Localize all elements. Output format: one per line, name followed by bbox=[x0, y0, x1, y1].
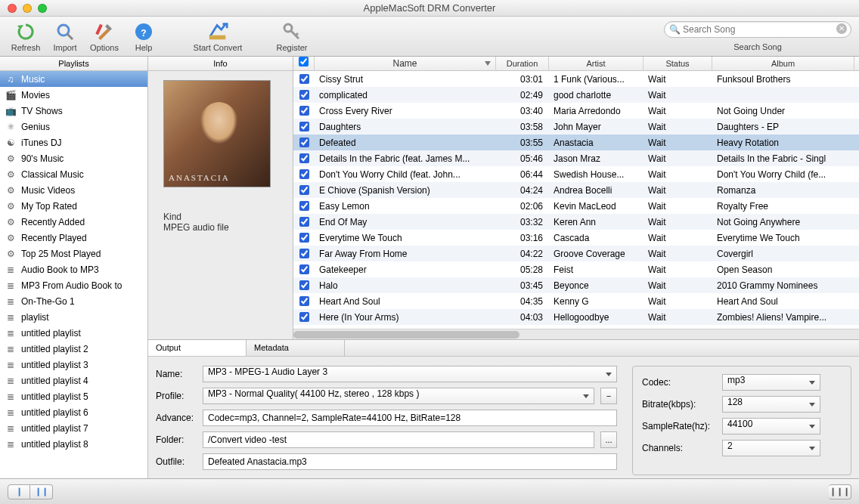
table-row[interactable]: Here (In Your Arms)04:03HellogoodbyeWait… bbox=[293, 309, 859, 325]
profile-select[interactable]: MP3 - Normal Quality( 44100 Hz, stereo ,… bbox=[203, 388, 594, 404]
table-row[interactable]: E Chiove (Spanish Version)04:24Andrea Bo… bbox=[293, 182, 859, 198]
row-checkbox[interactable] bbox=[299, 185, 309, 195]
sidebar-item[interactable]: ⚙My Top Rated bbox=[0, 198, 147, 214]
sidebar-item[interactable]: ≣untitled playlist 8 bbox=[0, 436, 147, 452]
row-checkbox[interactable] bbox=[299, 296, 309, 306]
column-duration[interactable]: Duration bbox=[496, 57, 549, 70]
outfile-input[interactable] bbox=[203, 453, 617, 470]
sidebar-item[interactable]: ≣Audio Book to MP3 bbox=[0, 261, 147, 277]
channels-select[interactable]: 2 bbox=[722, 440, 820, 456]
cell-status: Wait bbox=[643, 90, 712, 100]
sidebar-item[interactable]: ≣untitled playlist bbox=[0, 325, 147, 341]
codec-select[interactable]: mp3 bbox=[722, 374, 820, 391]
table-row[interactable]: Everytime We Touch03:16CascadaWaitEveryt… bbox=[293, 230, 859, 246]
tab-metadata[interactable]: Metadata bbox=[247, 340, 345, 356]
sidebar-item[interactable]: ≣untitled playlist 5 bbox=[0, 388, 147, 404]
sidebar-item[interactable]: ⚙Recently Played bbox=[0, 230, 147, 246]
column-check[interactable] bbox=[293, 57, 315, 70]
sidebar-item[interactable]: ⚙Top 25 Most Played bbox=[0, 246, 147, 261]
gear-icon: ⚙ bbox=[5, 153, 17, 164]
table-row[interactable]: Daughters03:58John MayerWaitDaughters - … bbox=[293, 119, 859, 135]
options-button[interactable]: Options bbox=[85, 17, 124, 55]
sidebar-item[interactable]: ⚙Classical Music bbox=[0, 166, 147, 182]
import-button[interactable]: Import bbox=[45, 17, 85, 55]
row-checkbox[interactable] bbox=[299, 312, 309, 322]
row-checkbox[interactable] bbox=[299, 217, 309, 227]
register-button[interactable]: Register bbox=[272, 17, 312, 55]
name-select[interactable]: MP3 - MPEG-1 Audio Layer 3 bbox=[203, 366, 617, 382]
table-row[interactable]: Defeated03:55AnastaciaWaitHeavy Rotation bbox=[293, 135, 859, 150]
help-button[interactable]: ? Help bbox=[124, 17, 163, 55]
folder-browse-button[interactable]: ... bbox=[600, 431, 617, 448]
sidebar-item[interactable]: ≣playlist bbox=[0, 309, 147, 325]
select-all-checkbox[interactable] bbox=[299, 57, 309, 66]
bitrate-select[interactable]: 128 bbox=[722, 396, 820, 413]
row-checkbox[interactable] bbox=[299, 249, 309, 258]
table-row[interactable]: Halo03:45BeyonceWait2010 Grammy Nominees bbox=[293, 277, 859, 293]
horizontal-scrollbar[interactable] bbox=[293, 329, 859, 339]
row-checkbox[interactable] bbox=[299, 201, 309, 211]
sidebar-item[interactable]: ⚙90's Music bbox=[0, 150, 147, 166]
start-convert-button[interactable]: Start Convert bbox=[188, 17, 248, 55]
sidebar-item[interactable]: ⚙Recently Added bbox=[0, 214, 147, 230]
clear-search-icon[interactable]: ✕ bbox=[836, 23, 847, 34]
search-input[interactable] bbox=[664, 21, 851, 38]
table-row[interactable]: Gatekeeper05:28FeistWaitOpen Season bbox=[293, 261, 859, 277]
sidebar-item[interactable]: ≣untitled playlist 6 bbox=[0, 404, 147, 420]
table-row[interactable]: Details In the Fabric (feat. James M...0… bbox=[293, 150, 859, 166]
row-checkbox[interactable] bbox=[299, 153, 309, 163]
row-checkbox[interactable] bbox=[299, 122, 309, 131]
advance-input[interactable] bbox=[203, 410, 617, 426]
status-menu-button[interactable]: ❙❙❙ bbox=[829, 484, 851, 499]
sidebar-item[interactable]: ≣untitled playlist 3 bbox=[0, 357, 147, 373]
table-row[interactable]: Cross Every River03:40Maria ArredondoWai… bbox=[293, 103, 859, 119]
row-checkbox[interactable] bbox=[299, 90, 309, 100]
cell-duration: 04:22 bbox=[496, 249, 549, 259]
row-checkbox[interactable] bbox=[299, 74, 309, 84]
search-label: Search Song bbox=[664, 42, 851, 51]
sidebar-item[interactable]: ⚙Music Videos bbox=[0, 182, 147, 198]
row-checkbox[interactable] bbox=[299, 138, 309, 147]
refresh-button[interactable]: Refresh bbox=[6, 17, 45, 55]
sidebar-item[interactable]: ♫Music bbox=[0, 71, 147, 87]
tab-output[interactable]: Output bbox=[148, 340, 247, 356]
samplerate-select[interactable]: 44100 bbox=[722, 418, 820, 434]
table-row[interactable]: Easy Lemon02:06Kevin MacLeodWaitRoyalty … bbox=[293, 198, 859, 214]
sidebar-item[interactable]: ≣untitled playlist 2 bbox=[0, 341, 147, 357]
sidebar-item[interactable]: 📺TV Shows bbox=[0, 103, 147, 119]
sidebar-item[interactable]: ≣On-The-Go 1 bbox=[0, 293, 147, 309]
info-pane: Info Kind MPEG audio file bbox=[148, 57, 293, 339]
sidebar-item[interactable]: ≣untitled playlist 4 bbox=[0, 373, 147, 388]
row-checkbox[interactable] bbox=[299, 264, 309, 274]
playlists-list[interactable]: ♫Music🎬Movies📺TV Shows⚛Genius☯iTunes DJ⚙… bbox=[0, 71, 147, 478]
row-checkbox[interactable] bbox=[299, 233, 309, 243]
sidebar-item[interactable]: ≣MP3 From Audio Book to bbox=[0, 277, 147, 293]
folder-input[interactable] bbox=[203, 431, 594, 448]
sidebar-item-label: On-The-Go 1 bbox=[21, 296, 75, 307]
table-row[interactable]: Don't You Worry Child (feat. John...06:4… bbox=[293, 166, 859, 182]
sidebar-item[interactable]: 🎬Movies bbox=[0, 87, 147, 103]
svg-line-1 bbox=[67, 34, 73, 39]
table-row[interactable]: Heart And Soul04:35Kenny GWaitHeart And … bbox=[293, 293, 859, 309]
column-artist[interactable]: Artist bbox=[549, 57, 643, 70]
status-pause-button[interactable]: ❙❙ bbox=[30, 484, 53, 499]
cell-album: Not Going Under bbox=[712, 106, 854, 116]
sidebar-item[interactable]: ⚛Genius bbox=[0, 119, 147, 135]
row-checkbox[interactable] bbox=[299, 106, 309, 116]
column-status[interactable]: Status bbox=[643, 57, 712, 70]
sidebar-item[interactable]: ≣untitled playlist 7 bbox=[0, 420, 147, 436]
column-album[interactable]: Album bbox=[712, 57, 854, 70]
column-name[interactable]: Name bbox=[315, 57, 496, 70]
sidebar-item[interactable]: ☯iTunes DJ bbox=[0, 135, 147, 150]
profile-remove-button[interactable]: − bbox=[600, 388, 617, 404]
cell-duration: 03:32 bbox=[496, 217, 549, 227]
status-play-button[interactable]: ❙ bbox=[8, 484, 30, 499]
table-row[interactable]: Cissy Strut03:011 Funk (Various...WaitFu… bbox=[293, 71, 859, 87]
gear-icon: ⚙ bbox=[5, 249, 17, 259]
table-row[interactable]: End Of May03:32Keren AnnWaitNot Going An… bbox=[293, 214, 859, 230]
table-row[interactable]: Far Away From Home04:22Groove CoverageWa… bbox=[293, 246, 859, 261]
row-checkbox[interactable] bbox=[299, 280, 309, 290]
table-row[interactable]: complicated02:49good charlotteWait bbox=[293, 87, 859, 103]
row-checkbox[interactable] bbox=[299, 169, 309, 179]
songs-list[interactable]: Cissy Strut03:011 Funk (Various...WaitFu… bbox=[293, 71, 859, 329]
